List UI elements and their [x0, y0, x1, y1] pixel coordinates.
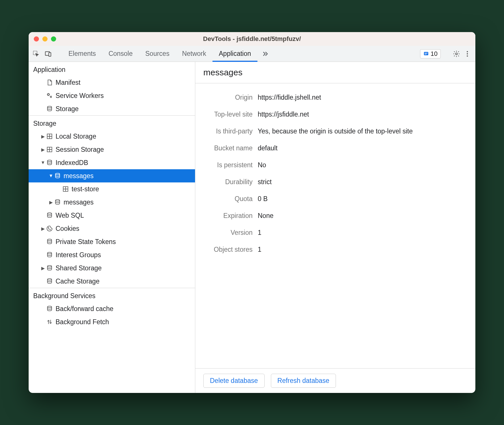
sidebar-item-test-store[interactable]: test-store [29, 182, 195, 196]
svg-rect-4 [425, 53, 428, 53]
detail-row-bucket-name: Bucket namedefault [203, 140, 467, 157]
tab-sources[interactable]: Sources [139, 46, 176, 62]
detail-value: 0 B [258, 195, 467, 203]
titlebar: DevTools - jsfiddle.net/5tmpfuzv/ [29, 32, 475, 46]
db-icon [46, 264, 53, 272]
main-panel: messages Originhttps://fiddle.jshell.net… [195, 62, 475, 393]
detail-value: 1 [258, 229, 467, 237]
database-actions: Delete database Refresh database [195, 368, 475, 393]
issues-count: 10 [431, 50, 438, 58]
sidebar-item-label: Web SQL [56, 212, 84, 219]
sidebar-item-messages[interactable]: ▼messages [29, 169, 195, 182]
tab-console[interactable]: Console [102, 46, 139, 62]
devtools-window: DevTools - jsfiddle.net/5tmpfuzv/ Elemen… [29, 32, 475, 393]
svg-point-16 [56, 173, 60, 175]
db-icon [46, 105, 53, 113]
sidebar-item-service-workers[interactable]: Service Workers [29, 89, 195, 102]
chevron-down-icon[interactable]: ▼ [41, 160, 45, 165]
sidebar-item-background-fetch[interactable]: Background Fetch [29, 315, 195, 328]
sidebar-item-cache-storage[interactable]: Cache Storage [29, 275, 195, 288]
issues-badge[interactable]: 10 [420, 49, 441, 58]
close-window-button[interactable] [34, 36, 39, 42]
sidebar-item-back-forward-cache[interactable]: Back/forward cache [29, 302, 195, 315]
chevron-right-icon[interactable]: ▶ [41, 226, 45, 231]
svg-point-18 [56, 200, 60, 201]
sidebar-item-label: Local Storage [56, 133, 96, 140]
db-icon [46, 212, 53, 219]
svg-point-19 [48, 213, 52, 215]
detail-row-durability: Durabilitystrict [203, 174, 467, 190]
settings-icon[interactable] [452, 50, 460, 58]
svg-rect-2 [49, 52, 51, 56]
chevron-right-icon[interactable]: ▶ [41, 265, 45, 271]
zoom-window-button[interactable] [51, 36, 56, 42]
detail-label: Bucket name [203, 144, 258, 152]
tab-application[interactable]: Application [212, 46, 257, 62]
svg-point-26 [48, 279, 52, 280]
svg-point-15 [48, 160, 52, 162]
svg-point-12 [48, 106, 52, 108]
svg-rect-5 [425, 54, 427, 54]
sidebar-item-web-sql[interactable]: Web SQL [29, 209, 195, 222]
detail-value: No [258, 161, 467, 169]
svg-rect-3 [424, 52, 428, 55]
chevron-right-icon[interactable]: ▶ [41, 147, 45, 152]
svg-point-6 [456, 53, 458, 55]
sidebar-item-label: messages [64, 172, 94, 180]
db-icon [46, 159, 53, 166]
detail-value: 1 [258, 246, 467, 253]
detail-label: Durability [203, 178, 258, 186]
db-icon [46, 238, 53, 245]
tabs-overflow-icon[interactable] [257, 46, 273, 62]
detail-label: Expiration [203, 212, 258, 220]
sidebar-section-storage: Storage [29, 116, 195, 130]
chevron-right-icon[interactable]: ▶ [41, 134, 45, 139]
tab-elements[interactable]: Elements [62, 46, 102, 62]
chevron-down-icon[interactable]: ▼ [49, 173, 53, 178]
sidebar-item-private-state-tokens[interactable]: Private State Tokens [29, 235, 195, 248]
device-toolbar-icon[interactable] [44, 50, 52, 58]
sidebar-item-label: Shared Storage [56, 264, 102, 272]
cookie-icon [46, 225, 53, 232]
sidebar-section-application: Application [29, 62, 195, 76]
sidebar-item-label: Private State Tokens [56, 238, 116, 246]
sidebar-item-local-storage[interactable]: ▶Local Storage [29, 130, 195, 143]
sidebar-item-indexeddb[interactable]: ▼IndexedDB [29, 156, 195, 169]
tab-network[interactable]: Network [176, 46, 212, 62]
sidebar-item-interest-groups[interactable]: Interest Groups [29, 248, 195, 261]
minimize-window-button[interactable] [42, 36, 48, 42]
detail-label: Origin [203, 94, 258, 101]
delete-database-button[interactable]: Delete database [203, 374, 265, 388]
gears-icon [46, 92, 53, 99]
sidebar-item-manifest[interactable]: Manifest [29, 76, 195, 89]
window-controls [34, 36, 56, 42]
sidebar-item-label: Interest Groups [56, 251, 101, 259]
detail-row-origin: Originhttps://fiddle.jshell.net [203, 89, 467, 106]
sidebar-item-shared-storage[interactable]: ▶Shared Storage [29, 261, 195, 275]
sidebar-item-cookies[interactable]: ▶Cookies [29, 222, 195, 235]
detail-value: https://jsfiddle.net [258, 111, 467, 118]
sidebar-item-storage[interactable]: Storage [29, 102, 195, 115]
inspect-element-icon[interactable] [32, 50, 40, 58]
refresh-database-button[interactable]: Refresh database [271, 374, 336, 388]
sidebar-item-label: Session Storage [56, 146, 104, 154]
chevron-right-icon[interactable]: ▶ [49, 200, 53, 205]
grid-icon [62, 185, 69, 193]
detail-row-quota: Quota0 B [203, 190, 467, 207]
detail-value: default [258, 144, 467, 152]
panel-tabs: Elements Console Sources Network Applica… [62, 46, 273, 62]
svg-point-20 [48, 229, 49, 229]
grid-icon [46, 133, 53, 140]
db-icon [46, 278, 53, 285]
svg-point-9 [467, 55, 468, 56]
sidebar-item-session-storage[interactable]: ▶Session Storage [29, 143, 195, 156]
detail-label: Is third-party [203, 127, 258, 135]
application-sidebar: ApplicationManifestService WorkersStorag… [29, 62, 195, 393]
sidebar-item-messages[interactable]: ▶messages [29, 196, 195, 209]
more-icon[interactable] [463, 50, 471, 58]
db-icon [54, 198, 61, 206]
svg-point-27 [48, 306, 52, 308]
detail-label: Top-level site [203, 111, 258, 118]
sidebar-item-label: Back/forward cache [56, 305, 113, 313]
window-title: DevTools - jsfiddle.net/5tmpfuzv/ [29, 35, 475, 43]
